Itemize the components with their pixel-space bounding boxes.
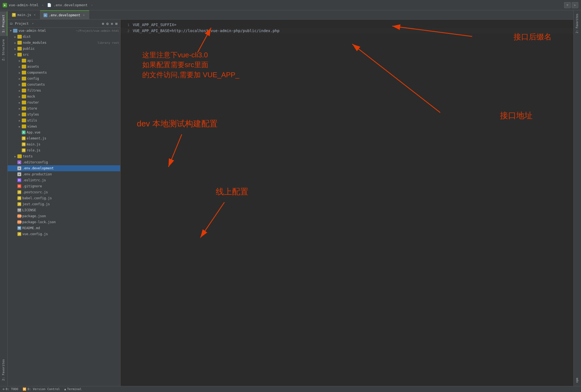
tree-root[interactable]: ▶ vue-admin-html ~/Project/vue-admin-htm… [8,28,120,34]
project-panel-header: 🗂 Project ▾ ⊕ ⚙ ≡ ⊞ [8,20,120,28]
file-icon-readme: MD [17,226,21,230]
tree-label-tests: tests [23,154,119,158]
folder-icon-styles [22,113,26,116]
js-icon: JS [12,13,16,17]
file-icon-jest-config: JS [17,202,21,206]
tree-gitignore[interactable]: ▶ GI .gitignore [8,183,120,189]
maximize-button[interactable]: ▷ [572,2,578,8]
tab-main-js[interactable]: JS main.js ✕ [9,10,40,19]
gear2-icon[interactable]: ⊞ [115,21,118,26]
tree-license[interactable]: ▶ TXT LICENSE [8,207,120,213]
folder-icon-store [22,107,26,110]
file-icon-env-dev: = [17,166,21,170]
tree-babel-config[interactable]: ▶ JS babel.config.js [8,195,120,201]
tree-role-js[interactable]: ▶ JS role.js [8,147,120,153]
tab-env-development[interactable]: = .env.development ✕ [40,10,89,19]
tree-config[interactable]: ▶ config [8,76,120,82]
tree-vue-config[interactable]: ▶ JS vue.config.js [8,231,120,237]
tree-env-development[interactable]: ▶ = .env.development [8,165,120,171]
arrow-tests: ▶ [13,155,17,158]
code-line-1: 1 VUE_APP_API_SUFFIX= [120,22,573,28]
editor-content[interactable]: 1 VUE_APP_API_SUFFIX= 2 VUE_APP_API_BASE… [120,20,573,386]
sidebar-item-structure[interactable]: Z: Structure [0,36,7,64]
tree-label-gitignore: .gitignore [22,184,119,188]
tree-public[interactable]: ▶ public [8,46,120,52]
sidebar-item-npm[interactable]: npm [574,375,581,386]
status-todo[interactable]: ⊙ 0: TODO [3,387,18,391]
terminal-icon: ▲ [64,387,66,391]
tree-label-store: store [27,107,119,110]
tree-package-lock[interactable]: ▶ JSON package-lock.json [8,219,120,225]
status-terminal[interactable]: ▲ Terminal [64,387,82,391]
project-header-icons: ⊕ ⚙ ≡ ⊞ [101,21,118,26]
status-vc-icon: 🔀 [23,387,26,391]
annotation-online-config: 线上配置 [216,186,248,197]
file-icon-app-vue: H [22,130,26,134]
tree-postcssrc[interactable]: ▶ JS .postcssrc.js [8,189,120,195]
breadcrumb-part-1: vue-admin-html [9,3,39,7]
tree-package-json[interactable]: ▶ JSON package.json [8,213,120,219]
tree-router[interactable]: ▶ router [8,99,120,105]
tree-label-env-prod: .env.production [22,172,119,176]
title-bar-controls: ▽ ▷ [564,2,578,8]
tree-dist[interactable]: ▶ dist [8,34,120,40]
tree-editorconfig[interactable]: ▶ = .editorconfig [8,159,120,165]
minimize-button[interactable]: ▽ [564,2,571,8]
sidebar-item-project[interactable]: 1: Project [0,11,7,36]
tree-main-js[interactable]: ▶ JS main.js [8,141,120,147]
arrow-views: ▶ [17,125,22,128]
tree-styles[interactable]: ▶ styles [8,111,120,117]
tree-label-babel-config: babel.config.js [22,196,119,200]
tree-store[interactable]: ▶ store [8,105,120,111]
folder-icon-src [17,53,22,57]
editor-area: 1 VUE_APP_API_SUFFIX= 2 VUE_APP_API_BASE… [120,20,573,386]
tree-mock[interactable]: ▶ mock [8,94,120,99]
tree-label-postcssrc: .postcssrc.js [22,190,119,194]
tree-utils[interactable]: ▶ utils [8,117,120,123]
folder-icon-public [17,47,22,51]
tree-views[interactable]: ▶ views [8,123,120,129]
tree-path-root: ~/Project/vue-admin-html [76,29,119,33]
terminal-label: Terminal [67,387,82,391]
tree-assets[interactable]: ▶ assets [8,64,120,70]
status-circle-icon: ⊙ [3,387,5,391]
settings-icon[interactable]: ⚙ [106,21,109,26]
file-icon-env-prod: = [17,172,21,176]
sidebar-item-favorites[interactable]: 2: Favorites [0,356,7,384]
code-content-2: VUE_APP_API_BASE=http://localhost/vue-ad… [133,29,279,33]
tree-label-api: api [27,59,119,63]
close-tab-main-js[interactable]: ✕ [33,13,37,17]
tree-api[interactable]: ▶ api [8,58,120,64]
svg-line-5 [200,202,224,238]
tree-readme[interactable]: ▶ MD README.md [8,225,120,231]
env-icon: = [44,13,47,17]
tree-components[interactable]: ▶ components [8,70,120,76]
tree-tests[interactable]: ▶ tests [8,153,120,159]
tree-label-filtres: filtres [27,89,119,92]
tree-node-modules[interactable]: ▶ node_modules library root [8,40,120,46]
tree-label-vue-config: vue.config.js [22,232,119,236]
file-icon-package-lock: JSON [17,220,21,224]
folder-icon-components [22,71,26,74]
project-panel: 🗂 Project ▾ ⊕ ⚙ ≡ ⊞ ▶ vue-admi [8,20,120,386]
tree-element-js[interactable]: ▶ JS element.js [8,135,120,141]
gear-icon[interactable]: ≡ [110,21,113,26]
tree-eslintrc[interactable]: ▶ ES .eslintrc.js [8,177,120,183]
svg-line-3 [168,134,182,167]
tree-filtres[interactable]: ▶ filtres [8,88,120,94]
close-tab-env-dev[interactable]: ✕ [82,13,86,17]
sync-icon[interactable]: ⊕ [101,21,104,26]
folder-icon-api [22,59,26,63]
tree-constants[interactable]: ▶ constants [8,82,120,88]
project-dropdown[interactable]: ▾ [32,22,34,25]
tree-src[interactable]: ▶ src [8,52,120,58]
tree-label-readme: README.md [22,226,119,230]
tab-label-env-dev: .env.development [49,13,81,17]
sidebar-item-favorites-right[interactable]: 2: Favorites [574,10,581,36]
status-version-control[interactable]: 🔀 0: Version Control [23,387,60,391]
tree-env-production[interactable]: ▶ = .env.production [8,171,120,177]
tree-jest-config[interactable]: ▶ JS jest.config.js [8,201,120,207]
tree-app-vue[interactable]: ▶ H App.vue [8,129,120,135]
file-icon-package-json: JSON [17,214,21,218]
note1-line3: 的文件访问,需要加 VUE_APP_ [142,70,239,80]
